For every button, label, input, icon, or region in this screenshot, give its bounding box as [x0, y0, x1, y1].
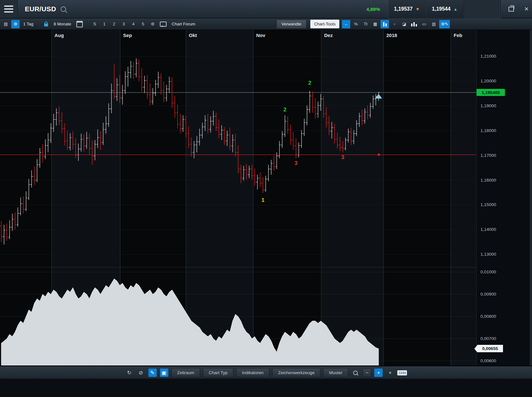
refresh-button[interactable]: ↻ [125, 368, 134, 377]
restore-window-button[interactable] [506, 4, 517, 14]
percent-button[interactable]: % [352, 20, 360, 28]
chart-canvas[interactable]: AugSepOktNovDez2018Feb12323 [0, 30, 476, 365]
compare-button[interactable] [410, 20, 419, 28]
digits-button[interactable]: 1234 [397, 370, 407, 375]
buy-price: 1,19544 [432, 6, 450, 12]
muster-button[interactable]: Muster [323, 368, 348, 377]
pencil-icon: ✎ [150, 370, 154, 376]
crosshair-icon: ⍖ [393, 22, 396, 27]
chart-type-button[interactable] [381, 20, 389, 28]
print-icon: ▤ [432, 22, 436, 26]
calendar-button[interactable] [75, 20, 84, 28]
separator [39, 20, 39, 28]
indikatoren-button[interactable]: Indikatoren [236, 368, 269, 377]
preset-2-button[interactable]: 2 [110, 20, 118, 28]
settings-button[interactable]: ⚙ [11, 20, 20, 28]
fill-button[interactable]: ▣ [160, 368, 169, 377]
range-label[interactable]: 8 Monate [52, 22, 73, 26]
separator [87, 20, 88, 28]
preset-1-button[interactable]: 1 [100, 20, 109, 28]
zeichenwerkzeuge-button[interactable]: Zeichenwerkzeuge [272, 368, 320, 377]
preset-3-button[interactable]: 3 [120, 20, 128, 28]
timeframe-label[interactable]: 1 Tag [21, 22, 36, 26]
axis-label: 0,01000 [480, 269, 496, 274]
zoom-in-button[interactable]: + [374, 368, 383, 377]
restore-window-icon [508, 7, 514, 12]
lock-button[interactable] [42, 20, 50, 28]
rectangle-icon: ▭ [422, 22, 426, 26]
list-icon: ▤ [4, 22, 8, 26]
bars-icon [411, 22, 417, 26]
search-icon[interactable] [61, 6, 66, 12]
preset-4-button[interactable]: 4 [129, 20, 138, 28]
zoom-button[interactable] [351, 368, 360, 377]
arrow-down-icon: ▼ [415, 7, 420, 12]
chart-forum-label[interactable]: Chart Forum [169, 22, 198, 26]
tiles-icon: ◪ [402, 22, 406, 26]
refresh-icon: ↻ [127, 370, 131, 376]
back-arrow-icon: ← [344, 22, 348, 26]
print-button[interactable]: ▤ [430, 20, 438, 28]
preset-s-button[interactable]: S [91, 20, 99, 28]
axis-label: 1,17000 [480, 153, 496, 158]
layout-button[interactable]: ◪ [400, 20, 408, 28]
edit-settings-button[interactable]: ⚙✎ [439, 20, 450, 28]
axis-label: 1,16000 [480, 178, 496, 183]
zoom-out-button[interactable]: − [363, 368, 371, 377]
zeitraum-button[interactable]: Zeitraum [171, 368, 200, 377]
axis-label: 1,18000 [480, 128, 496, 133]
red-line-anchor[interactable] [378, 154, 380, 156]
header-right: 4,89% 1,19537 ▼ 1,19544 ▲ × [366, 0, 532, 18]
svg-text:3: 3 [295, 160, 297, 166]
candlestick-icon [383, 22, 387, 26]
shape-button[interactable]: ▭ [420, 20, 428, 28]
close-button[interactable]: × [521, 4, 532, 14]
svg-text:Feb: Feb [454, 33, 462, 38]
clear-button[interactable]: ⊘ [137, 368, 145, 377]
related-button[interactable]: Verwandte [276, 20, 306, 29]
axis-label: 0,00800 [480, 314, 496, 319]
menu-icon[interactable] [0, 0, 18, 18]
svg-text:Okt: Okt [189, 33, 197, 38]
price-axis[interactable]: 1,195405 0,00655 1,210001,200001,190001,… [476, 30, 532, 365]
draw-button[interactable]: ✎ [148, 368, 157, 377]
svg-text:Sep: Sep [123, 33, 132, 38]
drag-grip[interactable] [464, 0, 501, 18]
axis-label: 0,00900 [480, 292, 496, 297]
chart-tools-tab[interactable]: Chart-Tools [310, 20, 339, 28]
change-percent: 4,89% [366, 6, 380, 12]
back-button[interactable]: ← [342, 20, 350, 28]
lock-icon [44, 24, 48, 26]
crosshair-button[interactable]: ⍖ [390, 20, 399, 28]
minus-icon: − [365, 370, 368, 376]
close-icon: × [525, 5, 529, 13]
sell-price-button[interactable]: 1,19537 ▼ [388, 0, 426, 18]
svg-text:Nov: Nov [256, 33, 266, 38]
svg-text:1: 1 [261, 197, 264, 203]
gear-icon: ⚙ [151, 22, 155, 26]
grid-button[interactable]: ▦ [371, 20, 379, 28]
target-icon: ⌖ [389, 370, 392, 376]
svg-text:2: 2 [284, 107, 286, 113]
svg-text:2: 2 [308, 80, 311, 86]
plus-icon: + [377, 370, 380, 376]
forum-button[interactable] [158, 20, 168, 28]
text-tool-button[interactable]: Tt [361, 20, 370, 28]
gear-icon: ⚙ [14, 22, 17, 26]
bottom-toolbar: ↻ ⊘ ✎ ▣ Zeitraum Chart Typ Indikatoren Z… [0, 366, 532, 379]
chart-settings-button[interactable]: ⚙ [149, 20, 157, 28]
scrollbar[interactable] [530, 30, 532, 365]
svg-text:Aug: Aug [54, 33, 64, 38]
svg-text:2018: 2018 [386, 33, 397, 38]
buy-price-button[interactable]: 1,19544 ▲ [426, 0, 464, 18]
horizontal-red-line[interactable] [0, 155, 532, 155]
fit-button[interactable]: ⌖ [386, 368, 394, 377]
grid-icon: ▦ [373, 22, 377, 26]
axis-label: 1,14000 [480, 227, 496, 232]
axis-label: 1,13000 [480, 252, 496, 257]
chart-typ-button[interactable]: Chart Typ [203, 368, 233, 377]
watchlist-button[interactable]: ▤ [2, 20, 10, 28]
sell-price: 1,19537 [394, 6, 413, 12]
axis-label: 0,00700 [480, 336, 496, 341]
preset-5-button[interactable]: 5 [139, 20, 147, 28]
